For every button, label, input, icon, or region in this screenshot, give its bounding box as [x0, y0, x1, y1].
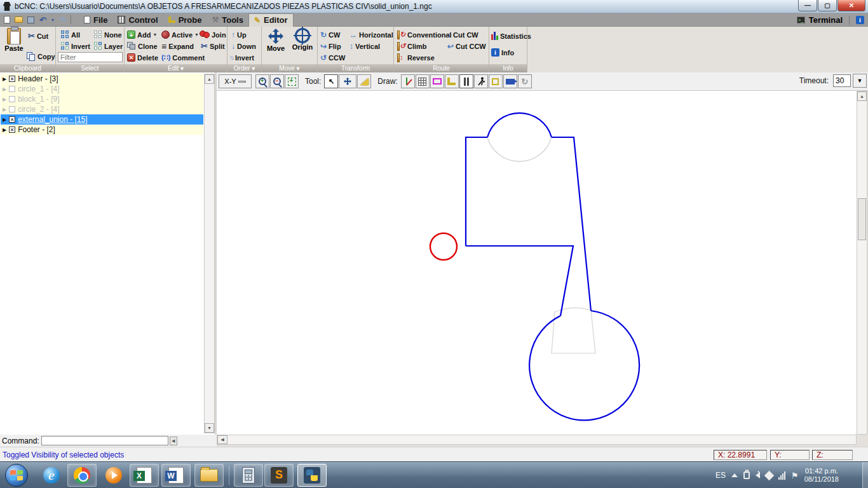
select-none-button[interactable]: None — [94, 29, 122, 40]
action-center-flag-icon[interactable]: ⚑ — [791, 471, 799, 480]
select-tool-button[interactable]: ↖ — [324, 74, 338, 88]
volume-icon[interactable] — [756, 472, 760, 478]
taskbar-excel[interactable]: X — [130, 464, 159, 487]
flip-button[interactable]: ↪ Flip — [320, 41, 341, 51]
tree-row[interactable]: ▶circle_2 - [4] — [1, 104, 203, 114]
tree-row[interactable]: ▶✕Header - [3] — [1, 74, 203, 84]
draw-paths-button[interactable] — [474, 74, 488, 88]
title-bar[interactable]: bCNC: C:\Users\Usuario\Documents\A OBJET… — [0, 0, 868, 13]
expand-arrow-icon[interactable]: ▶ — [3, 86, 6, 92]
expand-arrow-icon[interactable]: ▶ — [3, 76, 6, 82]
draw-workarea-button[interactable] — [459, 74, 473, 88]
taskbar-explorer[interactable] — [194, 464, 224, 487]
paste-button[interactable]: Paste — [1, 28, 27, 62]
add-button[interactable]: + Add▼ — [127, 29, 157, 40]
select-all-button[interactable]: All — [61, 29, 80, 40]
redraw-button[interactable]: ↻ — [518, 74, 532, 88]
tray-expand-icon[interactable] — [731, 473, 738, 477]
command-input[interactable] — [41, 436, 168, 445]
tree-row[interactable]: ▶✕external_union - [15] — [1, 114, 203, 125]
visibility-checkbox[interactable] — [9, 106, 15, 112]
route-climb-button[interactable]: ↺ Climb — [397, 41, 427, 51]
show-desktop-button[interactable] — [862, 462, 868, 488]
select-layer-button[interactable]: Layer — [94, 41, 123, 51]
draw-grid-button[interactable] — [416, 74, 430, 88]
canvas-vscrollbar[interactable]: ▲ — [857, 91, 867, 435]
language-indicator[interactable]: ES — [715, 471, 726, 480]
view-xy-button[interactable]: X-Y — [219, 74, 252, 88]
new-file-button[interactable] — [1, 15, 12, 25]
camera-button[interactable] — [503, 74, 517, 88]
timeout-dropdown-button[interactable]: ▼ — [853, 74, 867, 88]
select-invert-button[interactable]: Invert — [61, 41, 90, 51]
taskbar-python-active[interactable] — [297, 464, 327, 487]
expand-arrow-icon[interactable]: ▶ — [3, 107, 6, 112]
statistics-button[interactable]: Statistics — [491, 30, 531, 41]
tab-editor[interactable]: ✎ Editor — [248, 13, 294, 27]
taskbar-sublime[interactable]: S — [264, 464, 294, 487]
canvas-hscrollbar[interactable]: ◀ — [217, 435, 857, 445]
copy-button[interactable]: Copy — [27, 51, 55, 62]
zoom-in-button[interactable]: + — [255, 74, 269, 88]
clone-button[interactable]: Clone — [127, 41, 158, 51]
active-button[interactable]: Active▼ — [161, 29, 199, 40]
close-button[interactable]: ✕ — [837, 0, 865, 11]
expand-arrow-icon[interactable]: ▶ — [3, 117, 6, 123]
draw-rapid-button[interactable] — [489, 74, 503, 88]
blocks-tree[interactable]: ▶✕Header - [3]▶circle_1 - [4]▶block_1 - … — [1, 74, 203, 135]
taskbar-calculator[interactable] — [234, 464, 263, 487]
tab-tools[interactable]: ⚒ Tools — [207, 13, 248, 27]
pan-tool-button[interactable] — [339, 74, 356, 88]
taskbar-word[interactable]: W — [161, 464, 191, 487]
mirror-vertical-button[interactable]: ↕ Vertical — [349, 41, 380, 51]
join-button[interactable]: Join — [200, 29, 226, 40]
start-button[interactable] — [5, 464, 28, 487]
route-reverse-button[interactable]: ↕ Reverse — [397, 52, 435, 63]
tab-probe[interactable]: Probe — [163, 13, 207, 27]
clock[interactable]: 01:42 p.m. 08/11/2018 — [804, 467, 839, 484]
measure-tool-button[interactable] — [357, 74, 371, 88]
tree-scrollbar[interactable]: ▲ ▼ — [204, 74, 215, 433]
origin-button[interactable]: Origin — [290, 28, 315, 62]
draw-axes-button[interactable] — [401, 74, 415, 88]
canvas-vscroll-thumb[interactable] — [858, 198, 866, 240]
network-icon[interactable] — [778, 471, 785, 480]
taskbar-chrome[interactable] — [67, 464, 97, 487]
dropbox-icon[interactable] — [764, 470, 775, 480]
canvas-scroll-left-button[interactable]: ◀ — [217, 435, 227, 444]
visibility-checkbox[interactable] — [9, 86, 15, 92]
visibility-checkbox[interactable]: ✕ — [9, 116, 15, 123]
cut-cw-button[interactable]: ↓ Cut CW — [447, 29, 478, 40]
cut-button[interactable]: ✂ Cut — [28, 30, 48, 41]
visibility-checkbox[interactable]: ✕ — [9, 126, 15, 133]
power-plug-icon[interactable] — [743, 471, 750, 479]
move-button[interactable]: Move — [263, 28, 288, 62]
maximize-button[interactable]: ▢ — [818, 0, 837, 11]
timeout-input[interactable] — [833, 74, 851, 87]
zoom-fit-button[interactable] — [285, 74, 299, 88]
open-file-button[interactable] — [13, 15, 24, 25]
redo-button[interactable]: ↷ — [57, 15, 68, 25]
tab-terminal[interactable]: Terminal — [809, 15, 843, 25]
delete-button[interactable]: ✕ Delete — [127, 52, 158, 63]
rotate-cw-button[interactable]: ↻ CW — [320, 29, 340, 40]
canvas-scroll-up-button[interactable]: ▲ — [857, 92, 867, 101]
tree-row[interactable]: ▶block_1 - [9] — [1, 94, 203, 104]
order-up-button[interactable]: ↑ Up — [231, 29, 247, 40]
route-conventional-button[interactable]: ↻ Conventional — [397, 29, 452, 40]
comment-button[interactable]: (∷) Comment — [161, 52, 205, 63]
undo-button[interactable]: ↶ — [37, 15, 48, 25]
tree-row[interactable]: ▶circle_1 - [4] — [1, 84, 203, 94]
tab-control[interactable]: Control — [112, 13, 163, 27]
rotate-ccw-button[interactable]: ↺ CCW — [320, 52, 345, 63]
visibility-checkbox[interactable]: ✕ — [9, 76, 15, 82]
order-invert-button[interactable]: ↑↓ Invert — [229, 52, 254, 63]
about-info-icon[interactable]: i — [856, 16, 864, 24]
taskbar-media-player[interactable] — [99, 464, 128, 487]
filter-input[interactable] — [58, 52, 123, 62]
draw-probe-button[interactable] — [445, 74, 459, 88]
draw-margin-button[interactable] — [430, 74, 444, 88]
scroll-down-button[interactable]: ▼ — [205, 423, 214, 433]
expand-arrow-icon[interactable]: ▶ — [3, 97, 6, 102]
info-button[interactable]: i Info — [491, 47, 514, 58]
